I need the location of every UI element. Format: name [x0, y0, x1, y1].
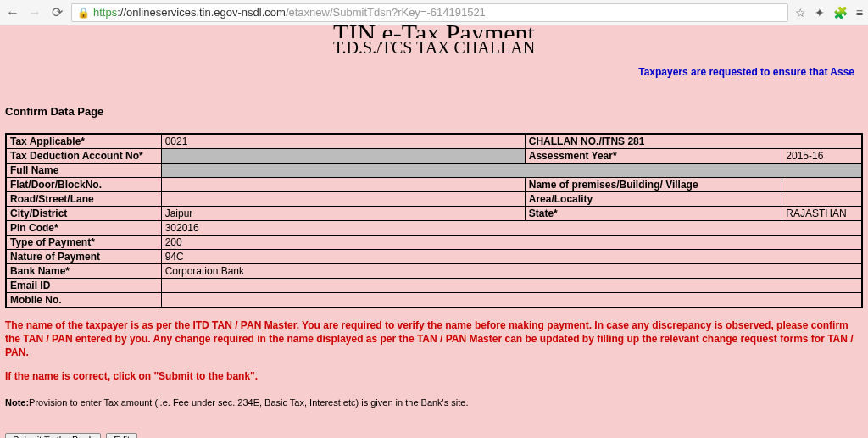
value-premises — [782, 178, 862, 192]
value-mobile — [161, 293, 862, 308]
warning-submit-instruction: If the name is correct, click on "Submit… — [5, 370, 863, 382]
label-email: Email ID — [6, 279, 161, 293]
note-label: Note: — [5, 397, 29, 408]
reload-icon[interactable]: ⟳ — [49, 4, 64, 20]
label-road: Road/Street/Lane — [6, 192, 161, 207]
warning-verify-name: The name of the taxpayer is as per the I… — [5, 319, 863, 360]
confirm-data-table: Tax Applicable* 0021 CHALLAN NO./ITNS 28… — [5, 133, 863, 308]
value-assessment-year: 2015-16 — [782, 149, 862, 164]
label-area: Area/Locality — [525, 192, 782, 207]
button-row: Submit To the Bank Edit — [5, 433, 863, 438]
value-area — [782, 192, 862, 207]
forward-icon[interactable]: → — [27, 5, 42, 20]
url-scheme: https — [93, 6, 117, 19]
value-tan — [161, 149, 525, 164]
label-tan: Tax Deduction Account No* — [6, 149, 161, 164]
star-icon[interactable]: ☆ — [795, 6, 806, 19]
value-email — [161, 279, 862, 293]
label-pin: Pin Code* — [6, 221, 161, 236]
value-flat — [161, 178, 525, 192]
marquee-notice: Taxpayers are requested to ensure that A… — [5, 66, 863, 81]
url-bar[interactable]: 🔒 https ://onlineservices.tin.egov-nsdl.… — [71, 3, 788, 22]
toolbar-right: ☆ ✦ 🧩 ≡ — [795, 6, 863, 19]
label-bank: Bank Name* — [6, 264, 161, 279]
edit-button[interactable]: Edit — [106, 433, 137, 438]
value-pin: 302016 — [161, 221, 862, 236]
menu-icon[interactable]: ≡ — [856, 6, 863, 19]
value-road — [161, 192, 525, 207]
section-title: Confirm Data Page — [5, 105, 863, 118]
label-flat: Flat/Door/BlockNo. — [6, 178, 161, 192]
value-bank: Corporation Bank — [161, 264, 862, 279]
page-body: TIN e-Tax Payment T.D.S./TCS TAX CHALLAN… — [0, 25, 868, 438]
label-nature-payment: Nature of Payment — [6, 250, 161, 264]
browser-toolbar: ← → ⟳ 🔒 https ://onlineservices.tin.egov… — [0, 0, 868, 25]
note-text: Provision to enter Tax amount (i.e. Fee … — [29, 397, 468, 408]
value-nature-payment: 94C — [161, 250, 862, 264]
value-type-payment: 200 — [161, 236, 862, 250]
note-line: Note:Provision to enter Tax amount (i.e.… — [5, 397, 863, 408]
label-assessment-year: Assessment Year* — [525, 149, 782, 164]
label-challan-no: CHALLAN NO./ITNS 281 — [525, 134, 862, 149]
lock-icon: 🔒 — [77, 7, 90, 19]
submit-button[interactable]: Submit To the Bank — [5, 433, 101, 438]
url-path: /etaxnew/SubmitTdsn?rKey=-614191521 — [286, 6, 486, 19]
back-icon[interactable]: ← — [5, 5, 20, 20]
page-sub-title: T.D.S./TCS TAX CHALLAN — [5, 38, 863, 58]
label-type-payment: Type of Payment* — [6, 236, 161, 250]
label-premises: Name of premises/Building/ Village — [525, 178, 782, 192]
label-state: State* — [525, 207, 782, 221]
puzzle-icon[interactable]: 🧩 — [833, 6, 848, 19]
label-city: City/District — [6, 207, 161, 221]
value-city: Jaipur — [161, 207, 525, 221]
extension-icon[interactable]: ✦ — [815, 6, 825, 19]
label-full-name: Full Name — [6, 164, 161, 178]
value-full-name — [161, 164, 862, 178]
label-mobile: Mobile No. — [6, 293, 161, 308]
page-main-title: TIN e-Tax Payment — [5, 25, 863, 38]
value-tax-applicable: 0021 — [161, 134, 525, 149]
url-host: ://onlineservices.tin.egov-nsdl.com — [117, 6, 286, 19]
label-tax-applicable: Tax Applicable* — [6, 134, 161, 149]
value-state: RAJASTHAN — [782, 207, 862, 221]
